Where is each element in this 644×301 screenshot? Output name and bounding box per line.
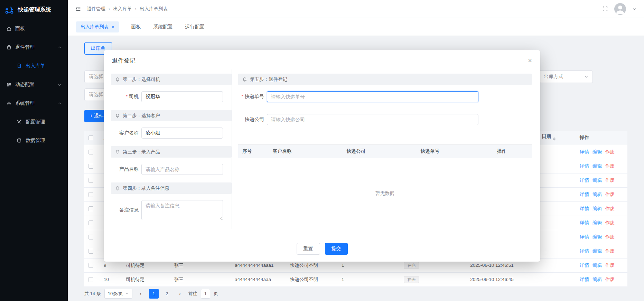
breadcrumb-item[interactable]: 退件管理 [87, 6, 105, 12]
sidebar-item-config-mgmt[interactable]: 配置管理 [0, 113, 68, 131]
topbar-right [602, 3, 636, 15]
sidebar-item-system[interactable]: 系统管理 [0, 94, 68, 113]
row-checkbox[interactable] [84, 272, 100, 286]
op-invalidate[interactable]: 作废 [605, 263, 615, 268]
modal-header: 退件登记 × [104, 50, 540, 65]
tab-system-config[interactable]: 系统配置 [153, 24, 173, 30]
op-edit[interactable]: 编辑 [592, 206, 602, 211]
op-edit[interactable]: 编辑 [592, 263, 602, 268]
bell-icon [115, 77, 120, 82]
row-checkbox[interactable] [84, 173, 100, 187]
op-edit[interactable]: 编辑 [592, 234, 602, 239]
return-register-modal: 退件登记 × 第一步：选择司机 司机 第二步：选择客户 客户名称 [104, 50, 540, 262]
op-invalidate[interactable]: 作废 [605, 277, 615, 282]
bell-icon [242, 77, 247, 82]
product-input[interactable] [141, 164, 223, 175]
sidebar-item-data-mgmt[interactable]: 数据管理 [0, 131, 68, 150]
menu-fold-icon[interactable] [75, 6, 81, 12]
sidebar-item-inout-orders[interactable]: 出入库单 [0, 57, 68, 75]
op-edit[interactable]: 编辑 [592, 178, 602, 183]
page-size-select[interactable]: 10条/页 [104, 289, 132, 299]
step3-header: 第三步：录入产品 [111, 146, 232, 158]
page-button-2[interactable]: 2 [162, 289, 172, 299]
op-invalidate[interactable]: 作废 [605, 178, 615, 183]
op-invalidate[interactable]: 作废 [605, 220, 615, 225]
op-detail[interactable]: 详情 [580, 277, 589, 282]
remark-textarea[interactable] [141, 200, 223, 220]
chevron-down-icon [584, 75, 588, 79]
op-edit[interactable]: 编辑 [592, 220, 602, 225]
op-edit[interactable]: 编辑 [592, 277, 602, 282]
step5-header: 第五步：退件登记 [238, 74, 532, 85]
storage-status-tag: 在仓 [404, 262, 419, 269]
row-checkbox[interactable] [84, 187, 100, 201]
row-checkbox[interactable] [84, 230, 100, 244]
op-detail[interactable]: 详情 [580, 178, 589, 183]
courier-company-input[interactable] [267, 114, 478, 125]
op-edit[interactable]: 编辑 [592, 248, 602, 254]
op-invalidate[interactable]: 作废 [605, 163, 615, 169]
row-checkbox[interactable] [84, 216, 100, 230]
step4-header: 第四步：录入备注信息 [111, 182, 232, 194]
op-detail[interactable]: 详情 [580, 220, 589, 225]
prev-page-button[interactable]: ‹ [136, 289, 146, 299]
op-detail[interactable]: 详情 [580, 163, 589, 169]
reset-button[interactable]: 重置 [297, 243, 320, 255]
op-invalidate[interactable]: 作废 [605, 149, 615, 154]
chevron-down-icon [125, 292, 129, 295]
chevron-down-icon[interactable] [632, 7, 636, 11]
op-edit[interactable]: 编辑 [592, 192, 602, 197]
op-invalidate[interactable]: 作废 [605, 234, 615, 239]
op-detail[interactable]: 详情 [580, 234, 589, 239]
driver-input[interactable] [141, 91, 223, 102]
tab-close-icon[interactable]: × [112, 25, 114, 29]
row-checkbox[interactable] [84, 244, 100, 258]
date-column-header[interactable]: 日期 [538, 131, 576, 145]
page-jump-input[interactable]: 1 [201, 289, 210, 299]
chevron-up-icon [58, 46, 62, 49]
tab-runtime-config[interactable]: 运行配置 [185, 24, 205, 30]
avatar[interactable] [614, 3, 626, 15]
bell-icon [115, 186, 120, 191]
logo-row: 快递管理系统 [0, 0, 68, 19]
app-title: 快递管理系统 [18, 6, 51, 13]
op-detail[interactable]: 详情 [580, 206, 589, 211]
sidebar-item-dynamic-config[interactable]: 动态配置 [0, 75, 68, 94]
row-checkbox[interactable] [84, 145, 100, 159]
courier-company-field: 快递公司 [238, 114, 532, 125]
op-edit[interactable]: 编辑 [592, 163, 602, 169]
breadcrumb-item: 出入库单列表 [140, 6, 168, 12]
customer-input[interactable] [141, 128, 223, 139]
row-checkbox[interactable] [84, 258, 100, 272]
product-field: 产品名称 [111, 164, 232, 175]
row-checkbox[interactable] [84, 201, 100, 216]
page-button-1[interactable]: 1 [149, 289, 159, 299]
sidebar-item-returns[interactable]: 退件管理 [0, 38, 68, 57]
op-invalidate[interactable]: 作废 [605, 248, 615, 254]
op-detail[interactable]: 详情 [580, 248, 589, 254]
chevron-up-icon [58, 102, 62, 105]
outbound-mode-select[interactable]: 出库方式 [539, 70, 593, 83]
breadcrumb-item[interactable]: 出入库单 [113, 6, 132, 12]
row-checkbox[interactable] [84, 159, 100, 173]
op-detail[interactable]: 详情 [580, 192, 589, 197]
sidebar-item-dashboard[interactable]: 面板 [0, 19, 68, 38]
op-detail[interactable]: 详情 [580, 263, 589, 268]
op-edit[interactable]: 编辑 [592, 149, 602, 154]
tracking-number-input[interactable] [267, 91, 478, 102]
select-all-checkbox[interactable] [84, 131, 100, 145]
returns-icon [6, 45, 12, 50]
tab-inout-order-list[interactable]: 出入库单列表 × [76, 21, 119, 32]
tab-dashboard[interactable]: 面板 [131, 24, 141, 30]
row-index: 10 [100, 272, 122, 286]
op-invalidate[interactable]: 作废 [605, 192, 615, 197]
submit-button[interactable]: 提交 [325, 243, 348, 255]
next-page-button[interactable]: › [175, 289, 185, 299]
op-invalidate[interactable]: 作废 [605, 206, 615, 211]
scooter-logo-icon [4, 4, 15, 15]
close-icon[interactable]: × [528, 57, 532, 64]
sort-icon[interactable] [553, 136, 556, 142]
sidebar: 快递管理系统 面板 退件管理 出入库单 [0, 0, 68, 301]
fullscreen-icon[interactable] [602, 6, 608, 12]
op-detail[interactable]: 详情 [580, 149, 589, 154]
